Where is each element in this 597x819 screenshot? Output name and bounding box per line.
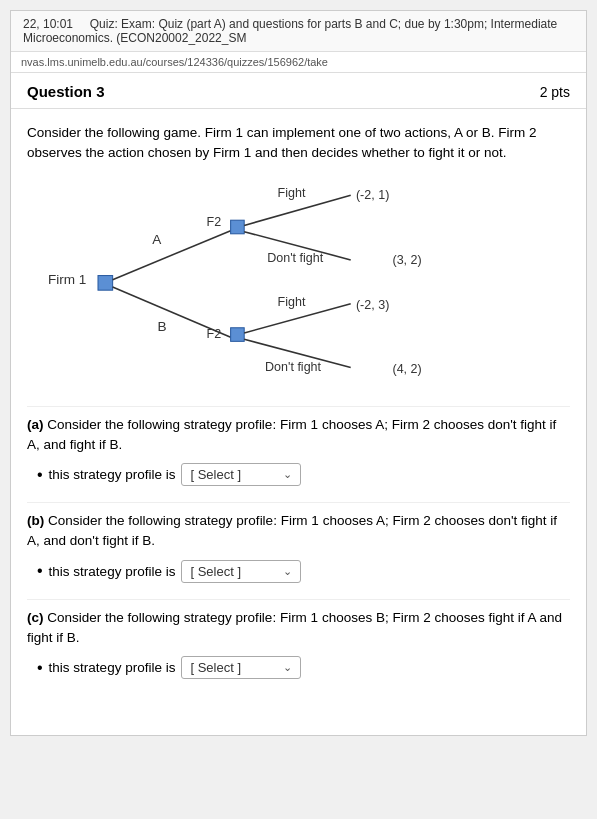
svg-text:(4, 2): (4, 2) [392,361,421,375]
part-c-section: (c) Consider the following strategy prof… [27,608,570,686]
part-a-section: (a) Consider the following strategy prof… [27,415,570,493]
svg-rect-0 [98,275,113,290]
question-header: Question 3 2 pts [11,73,586,109]
part-b-section: (b) Consider the following strategy prof… [27,511,570,589]
part-a-bullet-row: • this strategy profile is [ Select ] ⌄ [27,463,570,486]
svg-text:A: A [152,232,162,247]
bullet-a: • [37,467,43,483]
svg-text:(3, 2): (3, 2) [392,253,421,267]
url-text: nvas.lms.unimelb.edu.au/courses/124336/q… [21,56,328,68]
part-b-select-label: [ Select ] [190,564,241,579]
part-a-profile-label: this strategy profile is [49,467,176,482]
part-c-bullet-row: • this strategy profile is [ Select ] ⌄ [27,656,570,679]
svg-rect-8 [231,327,245,341]
svg-text:F2: F2 [207,215,222,229]
url-bar: nvas.lms.unimelb.edu.au/courses/124336/q… [11,52,586,73]
points-label: 2 pts [540,84,570,100]
svg-text:Don't fight: Don't fight [265,359,321,373]
svg-line-2 [113,230,231,279]
part-c-select[interactable]: [ Select ] ⌄ [181,656,301,679]
question-description: Consider the following game. Firm 1 can … [27,123,570,164]
svg-text:(-2, 3): (-2, 3) [356,297,389,311]
svg-text:Fight: Fight [278,294,306,308]
top-bar: 22, 10:01 Quiz: Exam: Quiz (part A) and … [11,11,586,52]
svg-text:Don't fight: Don't fight [267,250,323,264]
part-c-profile-label: this strategy profile is [49,660,176,675]
part-b-chevron-icon: ⌄ [283,565,292,578]
part-c-select-label: [ Select ] [190,660,241,675]
bullet-b: • [37,563,43,579]
part-a-label: (a) [27,417,44,432]
part-c-chevron-icon: ⌄ [283,661,292,674]
part-a-chevron-icon: ⌄ [283,468,292,481]
quiz-info-label: Quiz: Exam: Quiz (part A) and questions … [23,17,557,45]
part-a-select-label: [ Select ] [190,467,241,482]
divider-3 [27,599,570,600]
question-body: Consider the following game. Firm 1 can … [11,109,586,735]
svg-text:Fight: Fight [278,186,306,200]
game-tree-diagram: Firm 1 A B F2 F2 Fight (-2, 1) [27,176,570,396]
svg-rect-6 [231,220,245,234]
part-b-select[interactable]: [ Select ] ⌄ [181,560,301,583]
part-a-text: (a) Consider the following strategy prof… [27,415,570,456]
svg-text:(-2, 1): (-2, 1) [356,188,389,202]
divider-2 [27,502,570,503]
part-b-label: (b) [27,513,44,528]
svg-text:B: B [158,318,167,333]
question-title: Question 3 [27,83,105,100]
bullet-c: • [37,660,43,676]
part-b-profile-label: this strategy profile is [49,564,176,579]
svg-text:F2: F2 [207,327,222,341]
part-b-text: (b) Consider the following strategy prof… [27,511,570,552]
time-label: 22, 10:01 [23,17,73,31]
part-c-text: (c) Consider the following strategy prof… [27,608,570,649]
svg-text:Firm 1: Firm 1 [48,271,86,286]
divider-1 [27,406,570,407]
part-a-select[interactable]: [ Select ] ⌄ [181,463,301,486]
part-c-label: (c) [27,610,44,625]
part-b-bullet-row: • this strategy profile is [ Select ] ⌄ [27,560,570,583]
